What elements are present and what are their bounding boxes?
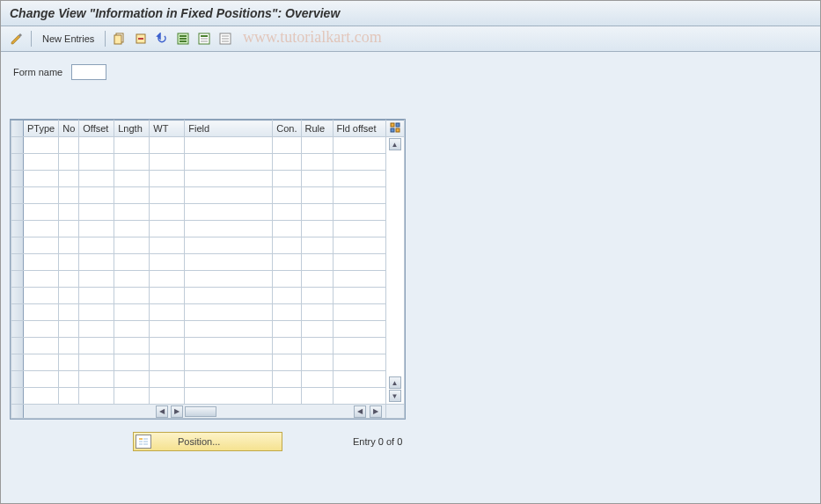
cell[interactable]: [114, 204, 150, 221]
cell[interactable]: [273, 288, 301, 304]
column-header-no[interactable]: No: [59, 121, 79, 137]
cell[interactable]: [185, 187, 273, 204]
cell[interactable]: [273, 221, 301, 237]
cell[interactable]: [301, 271, 333, 288]
cell[interactable]: [150, 321, 185, 338]
column-header-lngth[interactable]: Lngth: [114, 121, 150, 137]
cell[interactable]: [79, 371, 114, 388]
cell[interactable]: [79, 171, 114, 187]
cell[interactable]: [59, 221, 79, 237]
copy-icon[interactable]: [111, 30, 128, 47]
cell[interactable]: [59, 371, 79, 388]
table-config-icon[interactable]: [385, 121, 404, 137]
cell[interactable]: [24, 354, 59, 371]
scroll-left-icon[interactable]: ◀: [156, 405, 168, 418]
cell[interactable]: [59, 338, 79, 354]
cell[interactable]: [150, 254, 185, 271]
cell[interactable]: [24, 338, 59, 354]
cell[interactable]: [59, 137, 79, 154]
cell[interactable]: [79, 187, 114, 204]
cell[interactable]: [273, 154, 301, 171]
cell[interactable]: [333, 204, 385, 221]
column-header-con[interactable]: Con.: [273, 121, 301, 137]
cell[interactable]: [273, 187, 301, 204]
vertical-scrollbar[interactable]: ▲▲▼: [385, 137, 404, 405]
cell[interactable]: [59, 321, 79, 338]
cell[interactable]: [150, 338, 185, 354]
cell[interactable]: [185, 388, 273, 405]
toggle-display-change-icon[interactable]: [8, 30, 26, 47]
cell[interactable]: [150, 371, 185, 388]
cell[interactable]: [150, 137, 185, 154]
cell[interactable]: [24, 271, 59, 288]
row-selector[interactable]: [11, 137, 24, 154]
cell[interactable]: [301, 254, 333, 271]
cell[interactable]: [273, 204, 301, 221]
cell[interactable]: [333, 288, 385, 304]
cell[interactable]: [24, 154, 59, 171]
cell[interactable]: [273, 338, 301, 354]
cell[interactable]: [333, 388, 385, 405]
cell[interactable]: [114, 221, 150, 237]
cell[interactable]: [24, 221, 59, 237]
cell[interactable]: [24, 137, 59, 154]
column-header-fldoffset[interactable]: Fld offset: [333, 121, 385, 137]
cell[interactable]: [333, 338, 385, 354]
cell[interactable]: [333, 137, 385, 154]
cell[interactable]: [333, 154, 385, 171]
cell[interactable]: [59, 304, 79, 321]
cell[interactable]: [79, 137, 114, 154]
cell[interactable]: [273, 137, 301, 154]
cell[interactable]: [301, 154, 333, 171]
column-header-wt[interactable]: WT: [150, 121, 185, 137]
cell[interactable]: [114, 171, 150, 187]
cell[interactable]: [150, 187, 185, 204]
cell[interactable]: [150, 221, 185, 237]
cell[interactable]: [79, 154, 114, 171]
cell[interactable]: [150, 288, 185, 304]
cell[interactable]: [185, 204, 273, 221]
cell[interactable]: [59, 288, 79, 304]
cell[interactable]: [301, 321, 333, 338]
cell[interactable]: [24, 304, 59, 321]
cell[interactable]: [59, 204, 79, 221]
row-selector[interactable]: [11, 187, 24, 204]
row-selector[interactable]: [11, 254, 24, 271]
scroll-right-icon[interactable]: ▶: [370, 405, 382, 418]
cell[interactable]: [273, 321, 301, 338]
cell[interactable]: [114, 271, 150, 288]
scroll-right-inner-icon[interactable]: ▶: [171, 405, 183, 418]
cell[interactable]: [333, 354, 385, 371]
cell[interactable]: [273, 371, 301, 388]
cell[interactable]: [59, 154, 79, 171]
cell[interactable]: [79, 338, 114, 354]
cell[interactable]: [185, 171, 273, 187]
cell[interactable]: [114, 154, 150, 171]
cell[interactable]: [273, 304, 301, 321]
cell[interactable]: [185, 371, 273, 388]
cell[interactable]: [79, 288, 114, 304]
cell[interactable]: [24, 371, 59, 388]
cell[interactable]: [114, 288, 150, 304]
scroll-down-icon[interactable]: ▼: [389, 390, 401, 402]
cell[interactable]: [79, 204, 114, 221]
row-selector[interactable]: [11, 221, 24, 237]
cell[interactable]: [273, 388, 301, 405]
cell[interactable]: [333, 304, 385, 321]
row-selector[interactable]: [11, 171, 24, 187]
cell[interactable]: [150, 271, 185, 288]
row-selector[interactable]: [11, 388, 24, 405]
undo-icon[interactable]: [153, 30, 171, 47]
cell[interactable]: [114, 254, 150, 271]
form-name-input[interactable]: [71, 64, 106, 80]
cell[interactable]: [150, 204, 185, 221]
cell[interactable]: [24, 171, 59, 187]
cell[interactable]: [185, 221, 273, 237]
cell[interactable]: [273, 271, 301, 288]
scroll-left-end-icon[interactable]: ◀: [354, 405, 366, 418]
scroll-down-inner-icon[interactable]: ▲: [389, 376, 401, 389]
cell[interactable]: [59, 237, 79, 254]
row-selector[interactable]: [11, 204, 24, 221]
cell[interactable]: [24, 237, 59, 254]
cell[interactable]: [79, 304, 114, 321]
